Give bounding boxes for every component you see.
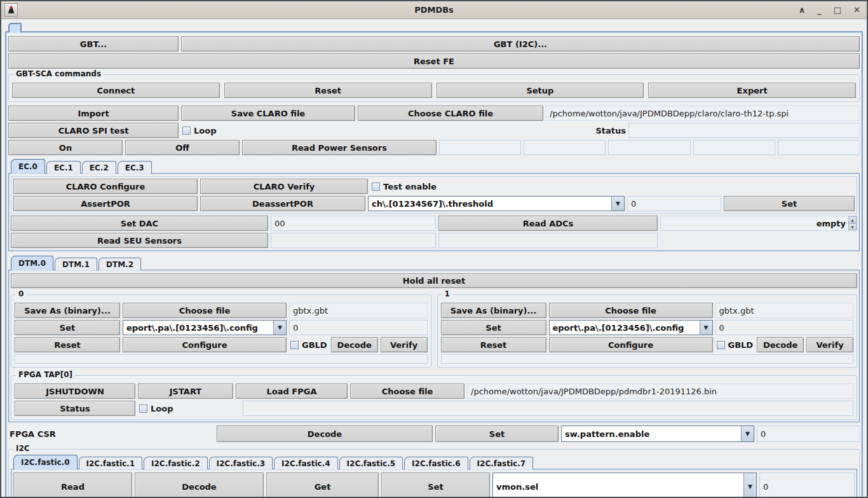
jstart-button[interactable]: JSTART	[138, 384, 233, 399]
gbtx-configure-button[interactable]: Configure	[123, 337, 287, 352]
deassert-por-button[interactable]: DeassertPOR	[200, 196, 365, 211]
gbtx-register-combobox[interactable]: eport\.pa\.[0123456]\.config ▼	[123, 320, 287, 335]
gbtx-register-value-field[interactable]: 0	[715, 320, 854, 335]
tab-dtm-1[interactable]: DTM.1	[55, 258, 97, 270]
spinner-down-icon[interactable]: ▼	[848, 223, 857, 230]
maximize-icon[interactable]: □	[834, 6, 841, 14]
tab-ec-3[interactable]: EC.3	[118, 161, 152, 174]
assert-por-button[interactable]: AssertPOR	[13, 196, 198, 211]
power-value-field[interactable]	[778, 140, 860, 155]
tab-i2c-fastic-0[interactable]: I2C.fastic.0	[13, 455, 78, 469]
save-claro-file-button[interactable]: Save CLARO file	[181, 106, 355, 121]
tab-i2c-fastic-4[interactable]: I2C.fastic.4	[274, 457, 338, 469]
fpga-status-field[interactable]	[243, 401, 853, 416]
ec-set-button[interactable]: Set	[724, 196, 855, 211]
csr-set-button[interactable]: Set	[435, 425, 559, 442]
gbt-button[interactable]: GBT...	[8, 36, 179, 52]
gbtx-verify-button[interactable]: Verify	[381, 337, 428, 352]
dropdown-arrow-icon[interactable]: ▼	[611, 197, 624, 211]
spinner-up-icon[interactable]: ▲	[848, 216, 857, 223]
i2c-set-button[interactable]: Set	[381, 473, 490, 498]
shade-icon[interactable]: ∧	[799, 6, 806, 14]
gbld-checkbox[interactable]: GBLD	[289, 337, 329, 352]
gbld-checkbox[interactable]: GBLD	[715, 337, 755, 352]
tab-dtm-2[interactable]: DTM.2	[98, 258, 141, 270]
reset-fe-button[interactable]: Reset FE	[8, 53, 860, 69]
power-value-field[interactable]	[524, 140, 606, 155]
connect-button[interactable]: Connect	[12, 83, 220, 98]
expert-button[interactable]: Expert	[648, 83, 856, 98]
ec-register-value-field[interactable]: 0	[627, 196, 721, 211]
setup-button[interactable]: Setup	[437, 83, 644, 98]
csr-decode-button[interactable]: Decode	[217, 425, 433, 442]
power-on-button[interactable]: On	[8, 140, 123, 155]
gbtx-reset-button[interactable]: Reset	[441, 337, 546, 352]
claro-configure-button[interactable]: CLARO Configure	[13, 179, 198, 194]
tab-i2c-fastic-2[interactable]: I2C.fastic.2	[144, 457, 208, 469]
dropdown-arrow-icon[interactable]: ▼	[743, 473, 756, 498]
choose-claro-file-button[interactable]: Choose CLARO file	[358, 106, 543, 121]
ec-register-combobox[interactable]: ch\.[01234567]\.threshold ▼	[368, 196, 625, 211]
i2c-register-value-field[interactable]: 0	[759, 473, 855, 498]
close-icon[interactable]: ✕	[853, 6, 860, 14]
spi-loop-checkbox[interactable]: Loop	[181, 123, 217, 138]
csr-register-value-field[interactable]: 0	[757, 425, 860, 442]
gbtx-result-field[interactable]	[15, 354, 428, 364]
import-button[interactable]: Import	[8, 106, 179, 121]
gbtx-set-button[interactable]: Set	[15, 320, 120, 335]
tab-i2c-fastic-5[interactable]: I2C.fastic.5	[339, 457, 403, 469]
dac-value-field[interactable]: 00	[271, 216, 436, 231]
checkbox-icon[interactable]	[139, 405, 147, 413]
gbtx-reset-button[interactable]: Reset	[15, 337, 120, 352]
checkbox-icon[interactable]	[182, 127, 191, 135]
tab-i2c-fastic-1[interactable]: I2C.fastic.1	[79, 457, 143, 469]
checkbox-icon[interactable]	[290, 341, 299, 349]
power-value-field[interactable]	[439, 140, 521, 155]
gbtx-result-field[interactable]	[441, 354, 854, 364]
tab-ec-1[interactable]: EC.1	[46, 161, 81, 174]
power-value-field[interactable]	[693, 140, 775, 155]
read-adcs-button[interactable]: Read ADCs	[438, 216, 658, 231]
choose-file-button[interactable]: Choose file	[123, 303, 287, 318]
gbtx-verify-button[interactable]: Verify	[806, 337, 853, 352]
save-as-binary-button[interactable]: Save As (binary)...	[15, 303, 120, 318]
dropdown-arrow-icon[interactable]: ▼	[741, 426, 754, 441]
claro-spi-test-button[interactable]: CLARO SPI test	[8, 123, 179, 138]
i2c-get-button[interactable]: Get	[266, 473, 379, 498]
checkbox-icon[interactable]	[372, 183, 380, 191]
adc-result-spinner[interactable]: empty ▲ ▼	[660, 216, 857, 231]
dropdown-arrow-icon[interactable]: ▼	[273, 321, 286, 335]
choose-file-button[interactable]: Choose file	[549, 303, 713, 318]
fpga-choose-file-button[interactable]: Choose file	[350, 384, 465, 399]
set-dac-button[interactable]: Set DAC	[11, 216, 268, 231]
power-value-field[interactable]	[608, 140, 690, 155]
dropdown-arrow-icon[interactable]: ▼	[700, 321, 712, 335]
tab-ec-2[interactable]: EC.2	[82, 161, 116, 174]
hold-all-reset-button[interactable]: Hold all reset	[11, 273, 857, 288]
seu-value-field[interactable]	[271, 233, 436, 248]
csr-register-combobox[interactable]: sw.pattern.enable ▼	[561, 425, 754, 442]
fpga-status-button[interactable]: Status	[15, 401, 135, 416]
tab-ec-0[interactable]: EC.0	[11, 159, 45, 174]
gbtx-register-value-field[interactable]: 0	[289, 320, 428, 335]
claro-verify-button[interactable]: CLARO Verify	[200, 179, 368, 194]
power-off-button[interactable]: Off	[125, 140, 240, 155]
read-seu-sensors-button[interactable]: Read SEU Sensors	[11, 233, 268, 248]
gbtx-decode-button[interactable]: Decode	[757, 337, 804, 352]
desktop-tab[interactable]	[8, 23, 22, 32]
gbtx-register-combobox[interactable]: eport\.pa\.[0123456]\.config ▼	[549, 320, 713, 335]
checkbox-icon[interactable]	[717, 341, 725, 349]
tab-dtm-0[interactable]: DTM.0	[11, 256, 53, 270]
seu-value-field[interactable]	[438, 233, 658, 248]
i2c-decode-button[interactable]: Decode	[135, 473, 264, 498]
test-enable-checkbox[interactable]: Test enable	[370, 179, 438, 194]
reset-button[interactable]: Reset	[224, 83, 432, 98]
gbtx-configure-button[interactable]: Configure	[549, 337, 713, 352]
minimize-icon[interactable]: _	[817, 6, 822, 14]
load-fpga-button[interactable]: Load FPGA	[236, 384, 348, 399]
tab-i2c-fastic-3[interactable]: I2C.fastic.3	[209, 457, 273, 469]
gbtx-decode-button[interactable]: Decode	[331, 337, 378, 352]
i2c-register-combobox[interactable]: vmon.sel ▼	[492, 473, 757, 498]
save-as-binary-button[interactable]: Save As (binary)...	[441, 303, 546, 318]
tab-i2c-fastic-6[interactable]: I2C.fastic.6	[404, 457, 468, 469]
